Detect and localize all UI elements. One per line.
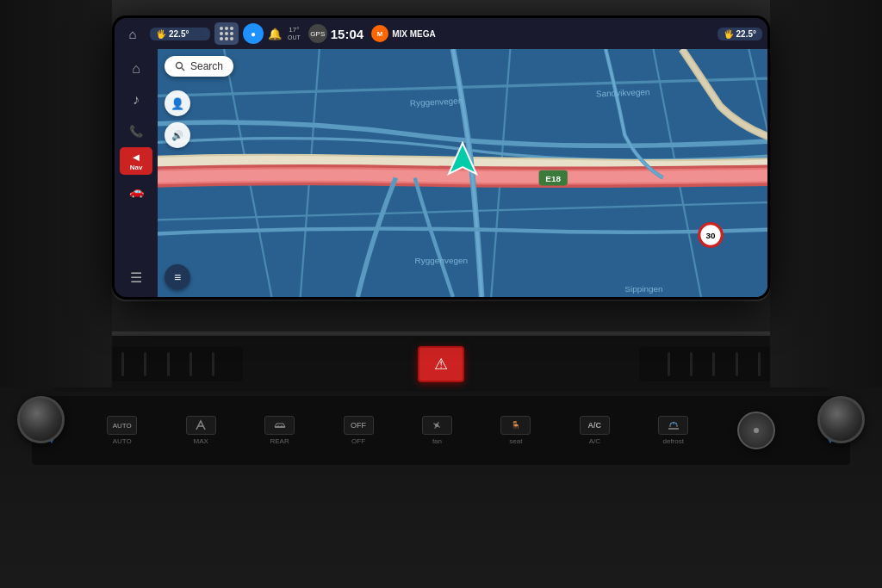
infotainment-screen: ⌂ 🖐 22.5° ● 🔔 17° OUT <box>112 15 770 300</box>
rear-label: REAR <box>270 437 289 445</box>
svg-text:Sandvikvegen: Sandvikvegen <box>596 87 650 98</box>
vent-slot <box>144 352 146 376</box>
map-area[interactable]: E18 30 Ryggenvegen Sandvikvegen Sippinge… <box>158 49 767 297</box>
radio-station-name: MIX MEGA <box>392 29 436 39</box>
ac-icon: A/C <box>580 416 610 435</box>
gps-icon: GPS <box>308 24 327 43</box>
search-label: Search <box>190 60 223 72</box>
radio-display: M MIX MEGA <box>371 25 436 42</box>
defrost-icon <box>658 416 688 435</box>
ac-label: A/C <box>589 437 600 445</box>
svg-text:Sippingen: Sippingen <box>624 284 662 294</box>
auto-icon: AUTO <box>107 416 137 435</box>
off-icon: OFF <box>344 416 374 435</box>
svg-text:30: 30 <box>705 231 716 240</box>
vent-slot <box>212 352 214 376</box>
sidebar-music-item[interactable]: ♪ <box>120 85 152 115</box>
search-icon <box>175 61 185 71</box>
auto-label: AUTO <box>113 437 132 445</box>
svg-line-18 <box>182 68 184 71</box>
rear-icon <box>264 416 295 435</box>
sidebar-car-item[interactable]: 🚗 <box>120 176 152 206</box>
temp-out-label: OUT <box>288 34 301 41</box>
hand-icon: 🖐 <box>156 29 166 39</box>
status-bar: ⌂ 🖐 22.5° ● 🔔 17° OUT <box>115 18 767 49</box>
temp-right-value: 22.5° <box>736 29 756 39</box>
sidebar-home-item[interactable]: ⌂ <box>120 54 152 84</box>
defrost-button[interactable]: defrost <box>658 416 688 445</box>
sidebar-nav-item[interactable]: ◄ Nav <box>120 147 152 175</box>
max-icon <box>186 416 216 435</box>
outside-temp-display: 17° OUT <box>288 26 301 41</box>
seat-icon: 🪑 <box>500 416 531 435</box>
nav-label: Nav <box>130 164 143 171</box>
person-button[interactable]: 👤 <box>165 90 190 116</box>
hand-right-icon: 🖐 <box>724 29 734 39</box>
nav-arrow-icon: ◄ <box>131 151 142 164</box>
hazard-icon: ⚠ <box>434 355 448 374</box>
svg-point-17 <box>177 63 183 69</box>
fan-label: fan <box>432 437 442 445</box>
screen-bezel: ⌂ 🖐 22.5° ● 🔔 17° OUT <box>115 18 767 297</box>
svg-marker-16 <box>449 143 476 174</box>
vent-slot <box>189 352 192 376</box>
left-panel <box>0 0 112 387</box>
nav-arrow-container <box>447 141 478 181</box>
main-content: ⌂ ♪ 📞 ◄ Nav 🚗 ☰ <box>115 49 767 297</box>
off-label: OFF <box>351 437 365 445</box>
max-button[interactable]: MAX <box>186 416 216 445</box>
svg-text:E18: E18 <box>545 174 561 183</box>
volume-button[interactable]: 🔊 <box>165 122 190 148</box>
auto-button[interactable]: AUTO AUTO <box>107 416 137 445</box>
right-fan-knob[interactable] <box>737 412 775 449</box>
search-bar[interactable]: Search <box>165 56 233 77</box>
car-interior: ⌂ 🖐 22.5° ● 🔔 17° OUT <box>0 0 882 588</box>
vent-slot <box>668 352 670 376</box>
vent-slot <box>690 352 693 376</box>
home-button[interactable]: ⌂ <box>120 22 146 46</box>
clock-display: 15:04 <box>331 27 363 41</box>
temp-left-value: 22.5° <box>169 29 189 39</box>
grid-icon <box>220 27 233 40</box>
radio-dot-icon: M <box>371 25 388 42</box>
rear-button[interactable]: REAR <box>264 416 295 445</box>
time-block: GPS 15:04 <box>308 24 363 43</box>
sidebar-menu-item[interactable]: ☰ <box>120 263 152 292</box>
seat-label: seat <box>509 437 522 445</box>
vent-slot <box>736 352 738 376</box>
defrost-label: defrost <box>662 437 683 445</box>
center-console: ⚠ ▲ ▼ AUTO AUTO <box>0 336 882 465</box>
temp-out-value: 17° <box>289 26 299 34</box>
ac-button[interactable]: A/C A/C <box>580 416 610 445</box>
max-label: MAX <box>194 437 208 445</box>
vent-strip: ⚠ <box>53 336 829 392</box>
hazard-button[interactable]: ⚠ <box>418 346 464 382</box>
fan-icon <box>422 416 452 435</box>
climate-controls: ▲ ▼ AUTO AUTO MAX REAR <box>32 396 850 465</box>
grid-button[interactable] <box>214 22 239 45</box>
sidebar-phone-item[interactable]: 📞 <box>120 116 152 145</box>
nav-arrow-svg <box>447 141 478 177</box>
vent-slot <box>167 352 170 376</box>
fan-button[interactable]: fan <box>422 416 452 445</box>
right-panel <box>770 0 882 387</box>
nav-circle-button[interactable]: ● <box>243 23 264 44</box>
bell-icon: 🔔 <box>268 28 282 40</box>
temp-right-display: 🖐 22.5° <box>717 28 762 40</box>
vent-slot <box>121 352 124 376</box>
right-knob[interactable] <box>817 396 865 443</box>
vent-slot <box>712 352 715 376</box>
map-menu-button[interactable]: ≡ <box>165 264 190 290</box>
off-button[interactable]: OFF OFF <box>344 416 374 445</box>
seat-heat-button[interactable]: 🪑 seat <box>500 416 531 445</box>
knob-center <box>754 428 759 433</box>
temp-left-display: 🖐 22.5° <box>150 28 210 40</box>
left-knob[interactable] <box>17 396 65 443</box>
vent-slot <box>758 352 761 376</box>
svg-text:Ryggenvegen: Ryggenvegen <box>415 256 468 265</box>
sidebar: ⌂ ♪ 📞 ◄ Nav 🚗 ☰ <box>115 49 158 297</box>
